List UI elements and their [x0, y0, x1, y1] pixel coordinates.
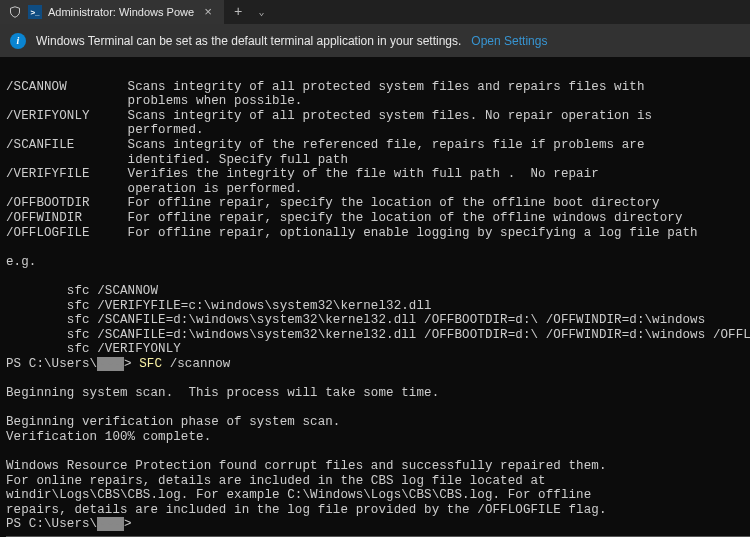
- flag-row: /SCANFILE Scans integrity of the referen…: [6, 138, 645, 152]
- open-settings-link[interactable]: Open Settings: [471, 34, 547, 48]
- flag-row: /OFFBOOTDIR For offline repair, specify …: [6, 196, 660, 210]
- output-line: Windows Resource Protection found corrup…: [6, 459, 607, 473]
- powershell-icon: >_: [28, 5, 42, 19]
- output-line: For online repairs, details are included…: [6, 474, 546, 488]
- terminal-output[interactable]: /SCANNOW Scans integrity of all protecte…: [0, 57, 750, 537]
- flag-row: /OFFWINDIR For offline repair, specify t…: [6, 211, 683, 225]
- flag-row: /VERIFYONLY Scans integrity of all prote…: [6, 109, 652, 123]
- info-icon: i: [10, 33, 26, 49]
- output-line: windir\Logs\CBS\CBS.log. For example C:\…: [6, 488, 591, 502]
- output-line: Verification 100% complete.: [6, 430, 211, 444]
- command: SFC: [139, 357, 162, 371]
- close-tab-button[interactable]: ×: [200, 5, 216, 20]
- title-bar: >_ Administrator: Windows Powe × + ⌄: [0, 0, 750, 24]
- output-line: Beginning verification phase of system s…: [6, 415, 340, 429]
- output-line: repairs, details are included in the log…: [6, 503, 607, 517]
- output-line: Beginning system scan. This process will…: [6, 386, 439, 400]
- prompt: PS C:\Users\: [6, 357, 97, 371]
- new-tab-button[interactable]: +: [224, 0, 252, 24]
- flag-row: /VERIFYFILE Verifies the integrity of th…: [6, 167, 599, 181]
- tab-dropdown-button[interactable]: ⌄: [253, 0, 271, 24]
- shield-icon: [8, 5, 22, 19]
- info-message: Windows Terminal can be set as the defau…: [36, 34, 461, 48]
- redacted-user: ---: [97, 357, 124, 371]
- tab-title: Administrator: Windows Powe: [48, 6, 194, 18]
- flag-row: /OFFLOGFILE For offline repair, optional…: [6, 226, 698, 240]
- prompt: PS C:\Users\: [6, 517, 97, 531]
- info-bar: i Windows Terminal can be set as the def…: [0, 24, 750, 57]
- tab-powershell[interactable]: >_ Administrator: Windows Powe ×: [0, 0, 224, 24]
- flag-row: /SCANNOW Scans integrity of all protecte…: [6, 80, 645, 94]
- redacted-user: ---: [97, 517, 124, 531]
